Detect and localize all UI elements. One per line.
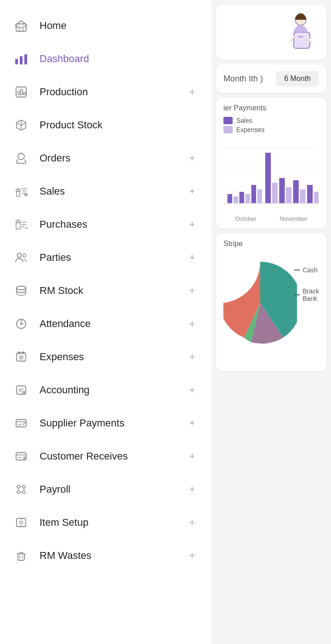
svg-rect-81 (265, 153, 271, 203)
sidebar-item-attendance-label: Attendance (40, 318, 186, 330)
parties-expand-icon[interactable]: + (186, 251, 199, 264)
svg-rect-8 (18, 91, 20, 95)
right-panel: Month Ith ) 6 Month ier Payments Sales E… (211, 0, 331, 644)
legend-sales-label: Sales (236, 117, 252, 124)
production-expand-icon[interactable]: + (186, 86, 199, 98)
parties-icon (13, 249, 29, 266)
svg-rect-1 (19, 28, 23, 31)
sidebar-item-rm-stock[interactable]: RM Stock + (0, 274, 211, 307)
sidebar-item-payroll[interactable]: Payroll + (0, 473, 211, 506)
payroll-expand-icon[interactable]: + (186, 483, 199, 496)
sidebar-item-sales-label: Sales (40, 185, 186, 197)
sidebar: Home Dashboard Production + (0, 0, 211, 644)
svg-rect-3 (23, 26, 25, 28)
customer-receives-icon (13, 448, 29, 465)
expenses-icon (13, 349, 29, 365)
svg-rect-79 (251, 185, 256, 203)
sidebar-item-rm-wastes-label: RM Wastes (40, 550, 186, 562)
svg-point-52 (23, 485, 25, 488)
orders-icon (13, 150, 29, 167)
sidebar-item-purchases-label: Purchases (40, 218, 186, 230)
svg-rect-86 (300, 190, 305, 203)
pie-label-cash: Cash (302, 266, 318, 274)
sidebar-item-parties-label: Parties (40, 252, 186, 264)
svg-rect-77 (240, 192, 244, 203)
chart-label-october: October (235, 215, 256, 222)
rm-wastes-expand-icon[interactable]: + (186, 549, 199, 562)
customer-receives-expand-icon[interactable]: + (186, 450, 199, 463)
purchases-icon (13, 216, 29, 233)
svg-rect-76 (234, 196, 238, 203)
sidebar-item-dashboard-label: Dashboard (40, 53, 199, 65)
sidebar-item-rm-stock-label: RM Stock (40, 285, 186, 297)
chart-title: ier Payments (223, 104, 319, 112)
sidebar-item-dashboard[interactable]: Dashboard (0, 42, 211, 75)
chart-legend: Sales Expenses (223, 117, 319, 133)
svg-point-29 (17, 286, 26, 290)
sidebar-item-orders-label: Orders (40, 152, 186, 164)
sidebar-item-sales[interactable]: Sales + (0, 175, 211, 208)
sidebar-item-production-label: Production (40, 86, 186, 98)
person-card (216, 5, 326, 60)
svg-point-14 (17, 189, 19, 190)
sidebar-item-attendance[interactable]: Attendance + (0, 307, 211, 340)
bar-chart-svg (223, 139, 319, 213)
svg-point-28 (23, 254, 26, 257)
pie-card: Stripe Cash Brack (216, 233, 326, 371)
accounting-expand-icon[interactable]: + (186, 384, 199, 397)
chart-x-labels: October November (223, 215, 319, 222)
chart-card: ier Payments Sales Expenses (216, 98, 326, 229)
sidebar-item-accounting-label: Accounting (40, 384, 186, 396)
item-setup-icon (13, 514, 29, 531)
rm-stock-expand-icon[interactable]: + (186, 284, 199, 297)
sidebar-item-customer-receives[interactable]: Customer Receives + (0, 440, 211, 473)
sidebar-item-supplier-payments-label: Supplier Payments (40, 417, 186, 429)
svg-point-27 (17, 253, 22, 258)
person-illustration (282, 12, 319, 53)
svg-rect-10 (23, 92, 25, 95)
legend-sales: Sales (223, 117, 319, 124)
orders-expand-icon[interactable]: + (186, 152, 199, 165)
bar-chart-area (223, 139, 319, 213)
svg-rect-84 (286, 187, 291, 203)
sidebar-item-purchases[interactable]: Purchases + (0, 208, 211, 241)
svg-rect-83 (279, 178, 285, 203)
sidebar-item-product-stock[interactable]: Product Stock (0, 109, 211, 142)
sidebar-item-payroll-label: Payroll (40, 483, 186, 495)
svg-rect-62 (18, 554, 24, 560)
sidebar-item-parties[interactable]: Parties + (0, 241, 211, 274)
sidebar-item-home[interactable]: Home (0, 9, 211, 42)
item-setup-expand-icon[interactable]: + (186, 516, 199, 529)
svg-rect-85 (293, 180, 299, 203)
svg-rect-87 (307, 185, 313, 203)
supplier-payments-icon (13, 415, 29, 431)
sidebar-item-home-label: Home (40, 20, 199, 32)
month-selector-card: Month Ith ) 6 Month (216, 64, 326, 93)
month-button[interactable]: 6 Month (276, 71, 319, 86)
home-icon (13, 17, 29, 34)
svg-rect-9 (21, 89, 23, 95)
purchases-expand-icon[interactable]: + (186, 218, 199, 231)
sidebar-item-production[interactable]: Production + (0, 75, 211, 109)
svg-point-51 (17, 485, 20, 488)
attendance-expand-icon[interactable]: + (186, 317, 199, 330)
supplier-payments-expand-icon[interactable]: + (186, 417, 199, 430)
legend-expenses-dot (223, 126, 233, 133)
sidebar-item-supplier-payments[interactable]: Supplier Payments + (0, 407, 211, 440)
sales-expand-icon[interactable]: + (186, 185, 199, 198)
sales-icon (13, 183, 29, 200)
sidebar-item-rm-wastes[interactable]: RM Wastes + (0, 539, 211, 572)
sidebar-item-customer-receives-label: Customer Receives (40, 450, 186, 462)
svg-point-23 (17, 220, 19, 221)
svg-point-11 (18, 153, 24, 160)
svg-rect-88 (314, 192, 319, 203)
legend-expenses: Expenses (223, 126, 319, 133)
sidebar-item-item-setup[interactable]: Item Setup + (0, 506, 211, 539)
svg-rect-82 (272, 183, 278, 203)
expenses-expand-icon[interactable]: + (186, 351, 199, 363)
month-label: Month Ith ) (223, 74, 263, 84)
sidebar-item-accounting[interactable]: Accounting + (0, 374, 211, 407)
sidebar-item-expenses[interactable]: Expenses + (0, 340, 211, 374)
sidebar-item-orders[interactable]: Orders + (0, 142, 211, 175)
sidebar-item-product-stock-label: Product Stock (40, 119, 199, 131)
